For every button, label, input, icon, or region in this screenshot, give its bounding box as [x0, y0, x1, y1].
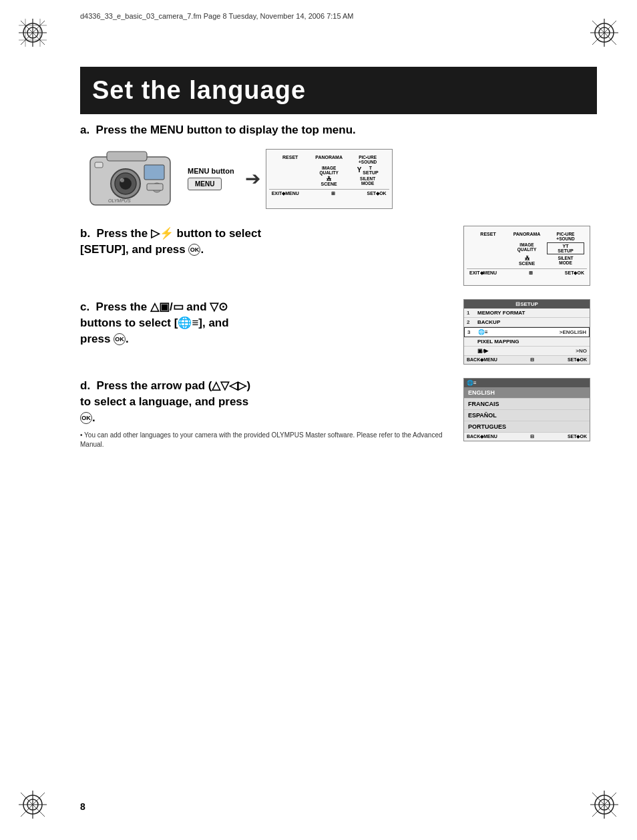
- svg-rect-35: [144, 165, 164, 180]
- setup-row-3: 3 🌐≡ >ENGLISH: [464, 327, 590, 337]
- b-setup: YTSETUP: [547, 242, 584, 254]
- mid-icon: ⊞: [331, 191, 335, 196]
- screen-item-empty2: [272, 176, 309, 186]
- corner-br-decoration: [590, 791, 618, 821]
- lang-francais: FRANCAIS: [464, 399, 590, 410]
- section-c-image: ⊟SETUP 1 MEMORY FORMAT 2 BACKUP 3 🌐≡ >EN…: [463, 299, 597, 365]
- screen-item-setup: YTSETUP: [349, 166, 387, 175]
- lang-espanol: ESPAÑOL: [464, 410, 590, 421]
- setup-row-5: ▣/▶ >NO: [464, 347, 590, 356]
- section-a: a. Press the MENU button to display the …: [80, 124, 597, 214]
- camera-illustration: OLYMPUS: [80, 144, 184, 214]
- b-reset: RESET: [469, 232, 507, 241]
- right-arrow: ➔: [245, 168, 260, 190]
- section-a-label: a. Press the MENU button to display the …: [80, 124, 597, 137]
- menu-button-graphic: MENU: [188, 178, 222, 190]
- section-b-label: b. Press the ▷⚡ button to select[SETUP],…: [80, 226, 453, 258]
- corner-bl-decoration: [19, 791, 47, 821]
- svg-rect-29: [107, 152, 147, 161]
- b-image-quality: IMAGEQUALITY: [508, 242, 546, 254]
- b-picture: PIC▪URE+SOUND: [547, 232, 584, 241]
- section-d-note: You can add other languages to your came…: [80, 431, 453, 449]
- menu-button-label: MENU button: [188, 167, 234, 175]
- section-b-image: RESET PANORAMA PIC▪URE+SOUND IMAGEQUALIT…: [463, 226, 597, 286]
- screen-bottom-c: BACK◆MENU ⊟ SET◆OK: [464, 356, 590, 364]
- corner-tr-decoration: [590, 19, 618, 49]
- svg-rect-34: [95, 162, 103, 168]
- title-bar: Set the language: [80, 67, 597, 114]
- section-d-image: 🌐≡ ENGLISH FRANCAIS ESPAÑOL PORTUGUES BA…: [463, 378, 597, 441]
- screen-item-image-quality: IMAGEQUALITY: [310, 166, 348, 175]
- screen-item-empty: [272, 166, 309, 175]
- screen-item-scene: ⁂SCENE: [310, 176, 348, 186]
- section-d: d. Press the arrow pad (△▽◁▷)to select a…: [80, 378, 597, 449]
- b-panorama: PANORAMA: [508, 232, 546, 241]
- ok-symbol-c: OK: [114, 333, 126, 345]
- d-back: BACK◆MENU: [467, 434, 497, 439]
- ok-symbol-d: OK: [80, 412, 92, 424]
- language-screen: 🌐≡ ENGLISH FRANCAIS ESPAÑOL PORTUGUES BA…: [463, 378, 590, 441]
- lang-english: ENGLISH: [464, 387, 590, 399]
- section-a-content: OLYMPUS MENU button MENU ➔ RESET PANORAM…: [80, 144, 597, 214]
- exit-menu-label: EXIT◆MENU: [272, 191, 299, 196]
- ok-symbol-b: OK: [188, 244, 200, 256]
- c-back: BACK◆MENU: [467, 357, 497, 363]
- svg-rect-38: [147, 184, 163, 190]
- file-info: d4336_33_e_basic_03_camera_7.fm Page 8 T…: [80, 12, 354, 20]
- b-scene: ⁂SCENE: [508, 256, 546, 266]
- section-c-text: c. Press the △▣/▭ and ▽⊙buttons to selec…: [80, 299, 463, 347]
- setup-screen-c: ⊟SETUP 1 MEMORY FORMAT 2 BACKUP 3 🌐≡ >EN…: [463, 299, 590, 365]
- screen-item-picture-sound: PIC▪URE+SOUND: [349, 155, 387, 164]
- setup-row-2: 2 BACKUP: [464, 318, 590, 327]
- b-silent: SILENTMODE: [547, 256, 584, 266]
- section-d-label: d. Press the arrow pad (△▽◁▷)to select a…: [80, 378, 453, 425]
- setup-row-4: PIXEL MAPPING: [464, 337, 590, 347]
- page-title: Set the language: [92, 76, 585, 105]
- screen-item-panorama: PANORAMA: [310, 155, 348, 164]
- section-b-text: b. Press the ▷⚡ button to select[SETUP],…: [80, 226, 463, 258]
- section-c-label: c. Press the △▣/▭ and ▽⊙buttons to selec…: [80, 299, 453, 347]
- section-d-text: d. Press the arrow pad (△▽◁▷)to select a…: [80, 378, 463, 449]
- setup-row-1: 1 MEMORY FORMAT: [464, 308, 590, 318]
- c-set-ok: SET◆OK: [568, 357, 587, 363]
- section-b: b. Press the ▷⚡ button to select[SETUP],…: [80, 226, 597, 286]
- c-mid: ⊟: [530, 357, 534, 363]
- section-c: c. Press the △▣/▭ and ▽⊙buttons to selec…: [80, 299, 597, 365]
- d-mid: ⊟: [530, 434, 534, 439]
- screen-bottom-b: EXIT◆MENU ⊞ SET◆OK: [467, 268, 587, 277]
- setup-title: ⊟SETUP: [464, 300, 590, 308]
- corner-tl-decoration: [19, 19, 47, 49]
- b-set-ok: SET◆OK: [565, 270, 584, 276]
- svg-text:OLYMPUS: OLYMPUS: [108, 198, 131, 203]
- page-number: 8: [80, 801, 85, 812]
- main-content: a. Press the MENU button to display the …: [80, 124, 597, 787]
- top-menu-screen-b: RESET PANORAMA PIC▪URE+SOUND IMAGEQUALIT…: [463, 226, 590, 286]
- lang-title: 🌐≡: [464, 379, 590, 387]
- screen-bottom-a: EXIT◆MENU ⊞ SET◆OK: [269, 189, 389, 198]
- svg-point-33: [120, 178, 124, 182]
- b-mid: ⊞: [529, 270, 533, 276]
- lang-portugues: PORTUGUES: [464, 421, 590, 433]
- screen-item-reset: RESET: [272, 155, 309, 164]
- b-empty2: [469, 256, 507, 266]
- top-menu-screen-a: RESET PANORAMA PIC▪URE+SOUND IMAGEQUALIT…: [266, 149, 393, 209]
- menu-button-area: MENU button MENU: [188, 167, 234, 190]
- screen-item-silent: SILENTMODE: [349, 176, 387, 186]
- set-ok-label: SET◆OK: [367, 191, 387, 196]
- b-exit: EXIT◆MENU: [469, 270, 497, 276]
- b-empty: [469, 242, 507, 254]
- d-set-ok: SET◆OK: [568, 434, 587, 439]
- screen-bottom-d: BACK◆MENU ⊟ SET◆OK: [464, 433, 590, 441]
